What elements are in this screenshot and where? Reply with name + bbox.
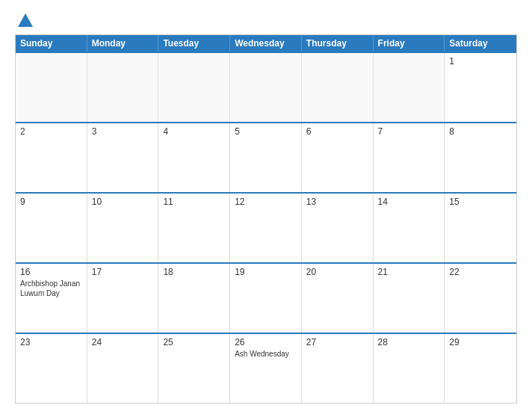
day-number: 17 — [92, 267, 154, 277]
calendar-cell: 18 — [158, 264, 230, 333]
day-number: 4 — [163, 126, 225, 137]
day-number: 6 — [306, 126, 368, 137]
day-of-week-header: Tuesday — [158, 35, 230, 52]
day-of-week-header: Wednesday — [230, 35, 302, 52]
day-number: 11 — [163, 197, 225, 207]
day-number: 27 — [306, 337, 368, 347]
day-number: 9 — [20, 197, 82, 207]
header — [15, 13, 517, 28]
calendar-cell: 15 — [445, 194, 516, 262]
calendar-body: 12345678910111213141516Archbishop Janan … — [16, 52, 516, 403]
calendar-cell: 25 — [158, 334, 230, 403]
calendar-cell: 9 — [16, 194, 87, 262]
day-number: 8 — [449, 126, 512, 137]
logo — [15, 13, 33, 28]
day-number: 2 — [20, 126, 82, 137]
calendar-cell: 29 — [445, 334, 516, 403]
day-number: 14 — [378, 197, 440, 207]
calendar-cell: 2 — [16, 123, 87, 192]
calendar-page: SundayMondayTuesdayWednesdayThursdayFrid… — [0, 0, 532, 411]
calendar-cell — [230, 53, 302, 122]
day-number: 19 — [235, 267, 297, 277]
calendar-cell: 16Archbishop Janan Luwum Day — [16, 264, 87, 333]
calendar-cell: 10 — [87, 194, 159, 262]
day-event: Ash Wednesday — [235, 349, 297, 359]
calendar-week-4: 16Archbishop Janan Luwum Day171819202122 — [16, 262, 516, 333]
day-number: 20 — [306, 267, 368, 277]
calendar-cell: 1 — [445, 53, 516, 122]
calendar-cell — [158, 53, 230, 122]
day-of-week-header: Sunday — [16, 35, 87, 52]
calendar-cell: 12 — [230, 194, 302, 262]
day-number: 16 — [20, 267, 82, 277]
day-of-week-header: Thursday — [302, 35, 374, 52]
day-number: 12 — [235, 197, 297, 207]
day-number: 21 — [378, 267, 440, 277]
day-of-week-header: Saturday — [445, 35, 516, 52]
day-number: 18 — [163, 267, 225, 277]
day-number: 7 — [378, 126, 440, 137]
day-number: 24 — [92, 337, 154, 347]
calendar-cell: 21 — [374, 264, 445, 333]
calendar-week-3: 9101112131415 — [16, 192, 516, 262]
day-number: 23 — [20, 337, 82, 347]
calendar-cell: 5 — [230, 123, 302, 192]
calendar-week-5: 23242526Ash Wednesday272829 — [16, 333, 516, 403]
calendar-header-row: SundayMondayTuesdayWednesdayThursdayFrid… — [16, 35, 516, 52]
calendar-cell — [302, 53, 374, 122]
calendar-cell: 7 — [374, 123, 445, 192]
calendar-cell: 14 — [374, 194, 445, 262]
calendar-week-1: 1 — [16, 52, 516, 122]
calendar-cell: 6 — [302, 123, 374, 192]
calendar-cell: 13 — [302, 194, 374, 262]
day-number: 25 — [163, 337, 225, 347]
calendar-cell: 27 — [302, 334, 374, 403]
day-number: 22 — [449, 267, 512, 277]
calendar-cell: 20 — [302, 264, 374, 333]
calendar-cell: 17 — [87, 264, 159, 333]
logo-triangle-icon — [18, 13, 33, 27]
day-number: 5 — [235, 126, 297, 137]
day-number: 29 — [449, 337, 512, 347]
day-of-week-header: Monday — [87, 35, 159, 52]
calendar-cell: 26Ash Wednesday — [230, 334, 302, 403]
calendar-cell: 28 — [374, 334, 445, 403]
day-number: 15 — [449, 197, 512, 207]
calendar-cell: 24 — [87, 334, 159, 403]
calendar-cell: 4 — [158, 123, 230, 192]
calendar-cell: 8 — [445, 123, 516, 192]
day-number: 26 — [235, 337, 297, 347]
day-number: 13 — [306, 197, 368, 207]
calendar-grid: SundayMondayTuesdayWednesdayThursdayFrid… — [15, 34, 517, 404]
calendar-cell: 19 — [230, 264, 302, 333]
day-number: 10 — [92, 197, 154, 207]
calendar-cell: 22 — [445, 264, 516, 333]
calendar-cell: 11 — [158, 194, 230, 262]
day-event: Archbishop Janan Luwum Day — [20, 279, 82, 298]
calendar-cell — [374, 53, 445, 122]
calendar-cell: 23 — [16, 334, 87, 403]
calendar-week-2: 2345678 — [16, 122, 516, 192]
day-number: 28 — [378, 337, 440, 347]
day-of-week-header: Friday — [374, 35, 445, 52]
day-number: 1 — [449, 56, 512, 67]
calendar-cell — [16, 53, 87, 122]
calendar-cell — [87, 53, 159, 122]
calendar-cell: 3 — [87, 123, 159, 192]
day-number: 3 — [92, 126, 154, 137]
